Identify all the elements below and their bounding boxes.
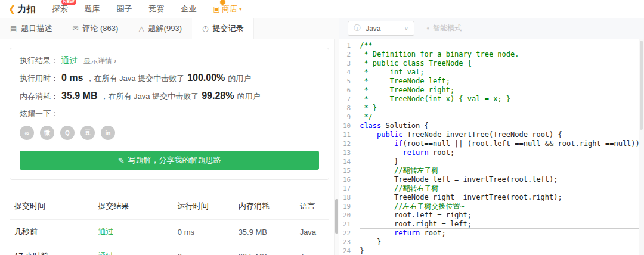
- chevron-down-icon: ▾: [239, 6, 242, 12]
- code-line[interactable]: 9 */: [339, 113, 644, 122]
- memory-cell: 35.9 MB: [234, 220, 295, 244]
- line-number: 3: [339, 59, 360, 68]
- tab-label: 题目描述: [21, 23, 52, 34]
- weibo-share-icon[interactable]: 微: [40, 126, 54, 140]
- douban-share-icon[interactable]: 豆: [80, 126, 95, 140]
- exec-result-row: 执行结果： 通过 显示详情 ›: [20, 55, 319, 66]
- submission-time-cell: 17 小时前: [10, 244, 93, 255]
- table-body: 几秒前通过0 ms35.9 MBJava17 小时前通过0 ms36.5 MBJ…: [10, 220, 329, 255]
- code-line[interactable]: 4 * int val;: [339, 68, 644, 77]
- submission-result-cell: 通过: [93, 244, 172, 255]
- leetcode-logo[interactable]: ❮ 力扣: [8, 4, 36, 15]
- nav-item-company[interactable]: 企业: [181, 4, 197, 14]
- code-line[interactable]: 12 if(root==null || (root.left ==null &&…: [339, 139, 644, 148]
- memory-beat-post: 的用户: [237, 91, 260, 102]
- submissions-table: 提交时间提交结果运行时间内存消耗语言 几秒前通过0 ms35.9 MBJava1…: [10, 193, 329, 255]
- editor-scrollbar[interactable]: [639, 39, 644, 255]
- code-line[interactable]: 13 return root;: [339, 148, 644, 157]
- code-text: if(root==null || (root.left ==null && ro…: [360, 139, 644, 148]
- line-number: 16: [339, 175, 360, 184]
- line-number: 21: [339, 220, 360, 229]
- nav-item-contest[interactable]: 竞赛: [149, 4, 165, 14]
- code-line[interactable]: 16 TreeNode left = invertTree(root.left)…: [339, 175, 644, 184]
- memory-beat-pre: ，在所有 Java 提交中击败了: [100, 91, 199, 102]
- nav-item-label: 竞赛: [149, 4, 165, 14]
- code-line[interactable]: 18 TreeNode right= invertTree(root.right…: [339, 193, 644, 202]
- code-line[interactable]: 6 * TreeNode right;: [339, 86, 644, 95]
- code-line[interactable]: 1/**: [339, 41, 644, 50]
- code-line[interactable]: 5 * TreeNode left;: [339, 77, 644, 86]
- code-text: }: [360, 238, 644, 247]
- left-scrollbar[interactable]: [334, 39, 339, 255]
- line-number: 18: [339, 193, 360, 202]
- linkedin-share-icon[interactable]: in: [101, 126, 115, 140]
- code-text: * int val;: [360, 68, 644, 77]
- code-line[interactable]: 11 public TreeNode invertTree(TreeNode r…: [339, 130, 644, 139]
- runtime-value: 0 ms: [61, 73, 83, 83]
- code-line[interactable]: 14 }: [339, 157, 644, 166]
- memory-value: 35.9 MB: [61, 91, 97, 101]
- editor-scrollbar-thumb[interactable]: [640, 41, 643, 130]
- write-solution-button[interactable]: ✎ 写题解，分享我的解题思路: [20, 151, 319, 170]
- code-text: public TreeNode invertTree(TreeNode root…: [360, 130, 644, 139]
- line-number: 2: [339, 50, 360, 59]
- code-line[interactable]: 22 return root;: [339, 229, 644, 238]
- line-number: 15: [339, 166, 360, 175]
- code-area[interactable]: 1/**2 * Definition for a binary tree nod…: [339, 39, 644, 255]
- smart-mode-indicator[interactable]: ● 智能模式: [426, 23, 462, 33]
- leetcode-logo-icon: ❮: [8, 4, 16, 14]
- code-line[interactable]: 17 //翻转右子树: [339, 184, 644, 193]
- left-scrollbar-thumb[interactable]: [335, 199, 338, 234]
- code-text: }: [360, 247, 644, 255]
- submissions-icon: ◷: [202, 24, 208, 33]
- code-line[interactable]: 3 * public class TreeNode {: [339, 59, 644, 68]
- code-line[interactable]: 15 //翻转左子树: [339, 166, 644, 175]
- runtime-beat-pre: ，在所有 Java 提交中击败了: [86, 73, 184, 84]
- code-line[interactable]: 7 * TreeNode(int x) { val = x; }: [339, 95, 644, 104]
- code-line[interactable]: 19 //左右子树交换位置~: [339, 202, 644, 211]
- language-cell: Java: [295, 244, 330, 255]
- qq-share-icon[interactable]: Q: [60, 126, 75, 140]
- submission-result-link[interactable]: 通过: [98, 227, 113, 236]
- code-line[interactable]: 8 * }: [339, 104, 644, 113]
- runtime-row: 执行用时： 0 ms ，在所有 Java 提交中击败了 100.00% 的用户: [20, 73, 319, 84]
- left-content: 执行结果： 通过 显示详情 › 执行用时： 0 ms ，在所有 Java 提交中…: [0, 39, 339, 255]
- tab-submissions[interactable]: ◷提交记录: [192, 18, 254, 39]
- code-text: * Definition for a binary tree node.: [360, 50, 644, 59]
- tab-solutions[interactable]: △题解(993): [128, 18, 192, 39]
- code-text: * TreeNode(int x) { val = x; }: [360, 95, 644, 104]
- link-share-icon[interactable]: ∞: [20, 126, 34, 140]
- code-line[interactable]: 20 root.left = right;: [339, 211, 644, 220]
- line-number: 12: [339, 139, 360, 148]
- nav-item-problems[interactable]: 题库: [85, 4, 100, 14]
- code-line[interactable]: 10class Solution {: [339, 122, 644, 130]
- tab-comments[interactable]: ✉评论 (863): [62, 18, 128, 39]
- code-line[interactable]: 23 }: [339, 238, 644, 247]
- nav-item-label: 企业: [181, 4, 197, 14]
- editor-toolbar: ⓘ Java ∨ ● 智能模式: [339, 18, 644, 39]
- write-solution-label: 写题解，分享我的解题思路: [128, 155, 221, 166]
- code-text: }: [360, 157, 644, 166]
- submission-result-cell: 通过: [93, 220, 172, 244]
- show-details-link[interactable]: 显示详情 ›: [83, 56, 116, 66]
- tab-description[interactable]: ▤题目描述: [0, 18, 62, 39]
- submission-result-link[interactable]: 通过: [98, 251, 113, 255]
- language-cell: Java: [295, 220, 330, 244]
- language-select[interactable]: ⓘ Java ∨: [348, 21, 414, 36]
- code-text: * TreeNode right;: [360, 86, 644, 95]
- code-line[interactable]: 24}: [339, 247, 644, 255]
- line-number: 6: [339, 86, 360, 95]
- new-badge: NEW: [61, 0, 76, 5]
- nav-item-explore[interactable]: 探索NEW: [52, 4, 68, 14]
- line-number: 13: [339, 148, 360, 157]
- submission-time-cell: 几秒前: [10, 220, 93, 244]
- code-text: root.right = left;: [360, 220, 644, 229]
- nav-item-store[interactable]: ▣商店▾: [213, 4, 242, 14]
- code-text: * }: [360, 104, 644, 113]
- nav-item-circle[interactable]: 圈子: [117, 4, 132, 14]
- line-number: 23: [339, 238, 360, 247]
- table-header-row: 提交时间提交结果运行时间内存消耗语言: [10, 193, 329, 220]
- column-header: 语言: [295, 193, 330, 220]
- code-line[interactable]: 2 * Definition for a binary tree node.: [339, 50, 644, 59]
- code-line[interactable]: 21 root.right = left;: [339, 220, 644, 229]
